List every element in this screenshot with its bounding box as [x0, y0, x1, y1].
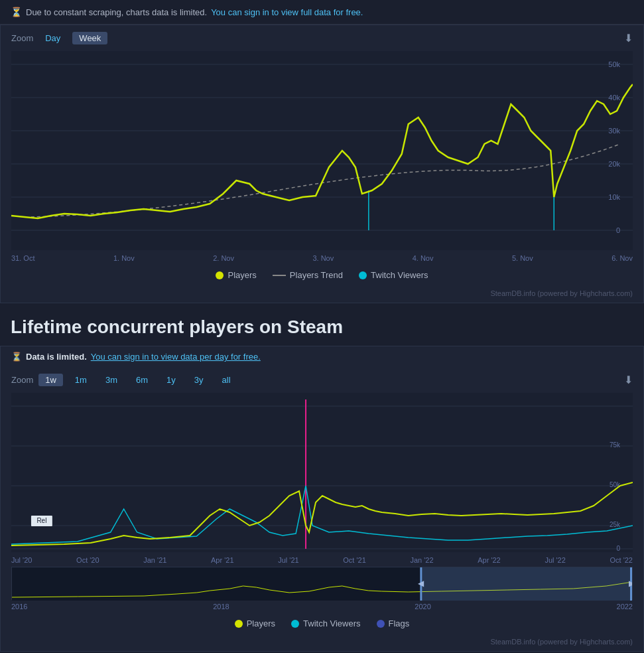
x-label-0: 31. Oct [11, 254, 34, 262]
x-label-jul21: Jul '21 [278, 556, 298, 564]
svg-text:20k: 20k [608, 160, 620, 168]
svg-text:▶: ▶ [629, 579, 632, 588]
range-label-2016: 2016 [11, 603, 27, 611]
zoom-bar-top: Zoom Day Week ⬇ [1, 25, 643, 51]
zoom-6m-button[interactable]: 6m [129, 374, 155, 386]
zoom-3y-button[interactable]: 3y [188, 374, 210, 386]
top-chart-area: 50k 40k 30k 20k 10k 0 [11, 51, 633, 250]
zoom-week-button[interactable]: Week [72, 32, 107, 44]
svg-text:0: 0 [616, 226, 620, 234]
x-label-oct20: Oct '20 [76, 556, 99, 564]
svg-rect-27 [421, 567, 632, 601]
svg-text:40k: 40k [608, 94, 620, 102]
players-label-lifetime: Players [247, 618, 275, 628]
x-label-1: 1. Nov [113, 254, 135, 262]
flags-dot [377, 620, 385, 628]
x-axis-lifetime: Jul '20 Oct '20 Jan '21 Apr '21 Jul '21 … [1, 552, 643, 567]
x-label-oct22: Oct '22 [610, 556, 633, 564]
warning-text: Due to constant scraping, charts data is… [26, 7, 207, 17]
twitch-dot-lifetime [291, 620, 299, 628]
range-label-2018: 2018 [213, 603, 229, 611]
trend-dash [273, 275, 286, 276]
twitch-label-lifetime: Twitch Viewers [303, 618, 360, 628]
x-label-2: 2. Nov [213, 254, 234, 262]
lifetime-chart-svg: 75k 50k 25k 0 Rel [11, 393, 633, 552]
x-label-jan22: Jan '22 [410, 556, 433, 564]
lifetime-chart-area: 75k 50k 25k 0 Rel [11, 393, 633, 552]
flags-label: Flags [389, 618, 410, 628]
twitch-label: Twitch Viewers [371, 270, 428, 280]
svg-text:50k: 50k [608, 60, 620, 68]
zoom-label-lifetime: Zoom [11, 375, 33, 385]
top-chart-legend: Players Players Trend Twitch Viewers [1, 265, 643, 287]
svg-text:25k: 25k [610, 521, 620, 528]
x-axis-top: 31. Oct 1. Nov 2. Nov 3. Nov 4. Nov 5. N… [1, 250, 643, 265]
svg-text:10k: 10k [608, 193, 620, 201]
download-button-lifetime[interactable]: ⬇ [624, 374, 633, 386]
legend-trend: Players Trend [273, 270, 343, 280]
svg-text:0: 0 [616, 545, 620, 552]
zoom-all-button[interactable]: all [216, 374, 237, 386]
top-chart-section: Zoom Day Week ⬇ 50k 40k 30k 20k 10k 0 [0, 25, 644, 303]
legend-players-lifetime: Players [235, 618, 275, 628]
svg-text:75k: 75k [610, 441, 620, 449]
zoom-day-button[interactable]: Day [38, 32, 67, 44]
top-chart-svg: 50k 40k 30k 20k 10k 0 [11, 51, 633, 250]
x-label-3: 3. Nov [312, 254, 334, 262]
x-label-4: 4. Nov [413, 254, 434, 262]
range-x-labels: 2016 2018 2020 2022 [1, 600, 643, 613]
zoom-3m-button[interactable]: 3m [99, 374, 124, 386]
legend-players: Players [216, 270, 256, 280]
zoom-label-top: Zoom [11, 33, 33, 43]
warning-bar: ⏳ Due to constant scraping, charts data … [0, 0, 644, 25]
svg-text:30k: 30k [608, 127, 620, 135]
lifetime-chart-legend: Players Twitch Viewers Flags [1, 613, 643, 635]
warning-link[interactable]: You can sign in to view full data for fr… [211, 7, 363, 17]
x-label-oct21: Oct '21 [343, 556, 366, 564]
zoom-1m-button[interactable]: 1m [68, 374, 94, 386]
attribution-lifetime: SteamDB.info (powered by Highcharts.com) [1, 635, 643, 651]
zoom-bar-lifetime: Zoom 1w 1m 3m 6m 1y 3y all ⬇ [1, 367, 643, 393]
svg-text:Rel: Rel [36, 517, 46, 524]
warning-icon: ⏳ [11, 7, 22, 17]
x-label-jul22: Jul '22 [545, 556, 565, 564]
range-label-2020: 2020 [415, 603, 430, 611]
legend-twitch: Twitch Viewers [359, 270, 428, 280]
attribution-top: SteamDB.info (powered by Highcharts.com) [1, 287, 643, 303]
x-label-5: 5. Nov [512, 254, 533, 262]
players-dot-lifetime [235, 620, 243, 628]
players-dot [216, 271, 224, 279]
zoom-1w-button[interactable]: 1w [38, 374, 63, 386]
legend-twitch-lifetime: Twitch Viewers [291, 618, 360, 628]
x-label-jan21: Jan '21 [143, 556, 166, 564]
x-label-6: 6. Nov [612, 254, 633, 262]
range-label-2022: 2022 [617, 603, 633, 611]
twitch-dot [359, 271, 367, 279]
range-svg: ◀ ▶ [12, 567, 632, 601]
data-limited-bar: ⏳ Data is limited. You can sign in to vi… [1, 346, 643, 367]
x-label-apr21: Apr '21 [211, 556, 234, 564]
legend-flags: Flags [377, 618, 410, 628]
data-limited-text: Data is limited. [26, 352, 87, 362]
svg-text:◀: ◀ [418, 579, 424, 588]
lifetime-chart-section: ⏳ Data is limited. You can sign in to vi… [0, 346, 644, 652]
zoom-1y-button[interactable]: 1y [160, 374, 182, 386]
data-limited-link[interactable]: You can sign in to view data per day for… [91, 352, 261, 362]
data-limited-icon: ⏳ [11, 352, 22, 362]
trend-label: Players Trend [290, 270, 343, 280]
players-label: Players [227, 270, 256, 280]
range-selector[interactable]: ◀ ▶ [11, 567, 633, 600]
x-label-jul20: Jul '20 [11, 556, 32, 564]
lifetime-section-title: Lifetime concurrent players on Steam [0, 303, 644, 346]
download-button-top[interactable]: ⬇ [624, 32, 633, 44]
x-label-apr22: Apr '22 [478, 556, 501, 564]
